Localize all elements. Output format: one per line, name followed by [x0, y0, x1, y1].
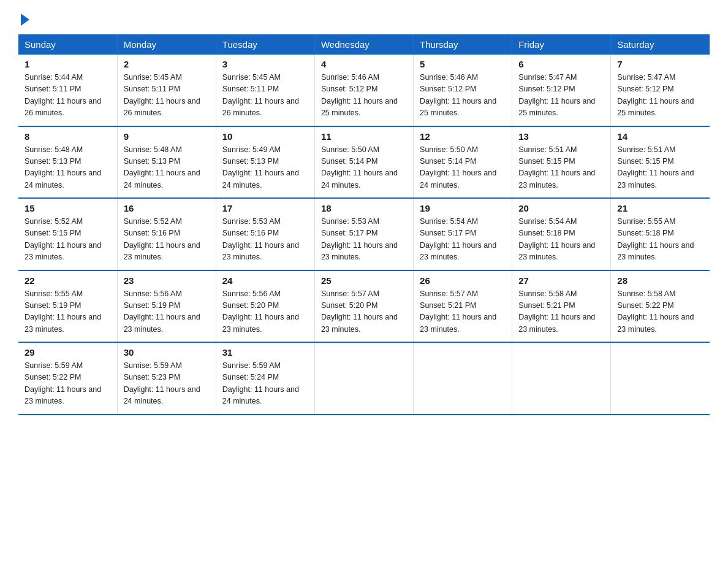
day-info: Sunrise: 5:51 AMSunset: 5:15 PMDaylight:…: [617, 144, 703, 192]
calendar-cell: 1 Sunrise: 5:44 AMSunset: 5:11 PMDayligh…: [18, 55, 117, 126]
calendar-cell: 21 Sunrise: 5:55 AMSunset: 5:18 PMDaylig…: [611, 198, 710, 270]
calendar-cell: 29 Sunrise: 5:59 AMSunset: 5:22 PMDaylig…: [18, 342, 117, 415]
calendar-cell: 4 Sunrise: 5:46 AMSunset: 5:12 PMDayligh…: [314, 55, 413, 126]
day-info: Sunrise: 5:47 AMSunset: 5:12 PMDaylight:…: [617, 72, 703, 120]
day-info: Sunrise: 5:54 AMSunset: 5:18 PMDaylight:…: [518, 216, 604, 264]
day-info: Sunrise: 5:48 AMSunset: 5:13 PMDaylight:…: [124, 144, 210, 192]
day-number: 21: [617, 203, 703, 213]
calendar-cell: [414, 342, 512, 415]
calendar-cell: 14 Sunrise: 5:51 AMSunset: 5:15 PMDaylig…: [611, 126, 710, 199]
calendar-cell: 28 Sunrise: 5:58 AMSunset: 5:22 PMDaylig…: [611, 270, 710, 343]
day-number: 17: [222, 203, 308, 213]
weekday-header-friday: Friday: [512, 34, 611, 55]
weekday-header-monday: Monday: [117, 34, 216, 55]
calendar-cell: 10 Sunrise: 5:49 AMSunset: 5:13 PMDaylig…: [216, 126, 314, 199]
day-info: Sunrise: 5:57 AMSunset: 5:20 PMDaylight:…: [321, 288, 407, 336]
day-number: 6: [518, 59, 604, 69]
logo-arrow-icon: [21, 13, 29, 26]
calendar-cell: 18 Sunrise: 5:53 AMSunset: 5:17 PMDaylig…: [314, 198, 413, 270]
weekday-header-tuesday: Tuesday: [216, 34, 314, 55]
day-info: Sunrise: 5:56 AMSunset: 5:20 PMDaylight:…: [222, 288, 308, 336]
calendar-cell: 16 Sunrise: 5:52 AMSunset: 5:16 PMDaylig…: [117, 198, 216, 270]
page-header: [18, 12, 710, 23]
calendar-cell: 7 Sunrise: 5:47 AMSunset: 5:12 PMDayligh…: [611, 55, 710, 126]
calendar-cell: [611, 342, 710, 415]
calendar-table: SundayMondayTuesdayWednesdayThursdayFrid…: [18, 34, 710, 415]
day-info: Sunrise: 5:45 AMSunset: 5:11 PMDaylight:…: [222, 72, 308, 120]
calendar-week-row: 29 Sunrise: 5:59 AMSunset: 5:22 PMDaylig…: [18, 342, 710, 415]
day-info: Sunrise: 5:48 AMSunset: 5:13 PMDaylight:…: [25, 144, 111, 192]
weekday-header-wednesday: Wednesday: [314, 34, 413, 55]
calendar-cell: 31 Sunrise: 5:59 AMSunset: 5:24 PMDaylig…: [216, 342, 314, 415]
calendar-week-row: 22 Sunrise: 5:55 AMSunset: 5:19 PMDaylig…: [18, 270, 710, 343]
weekday-header-saturday: Saturday: [611, 34, 710, 55]
day-number: 13: [518, 131, 604, 142]
day-info: Sunrise: 5:57 AMSunset: 5:21 PMDaylight:…: [420, 288, 506, 336]
day-number: 2: [124, 59, 210, 69]
day-number: 26: [420, 275, 506, 286]
day-info: Sunrise: 5:54 AMSunset: 5:17 PMDaylight:…: [420, 216, 506, 264]
calendar-cell: 5 Sunrise: 5:46 AMSunset: 5:12 PMDayligh…: [414, 55, 512, 126]
day-info: Sunrise: 5:59 AMSunset: 5:24 PMDaylight:…: [222, 360, 308, 408]
calendar-cell: 2 Sunrise: 5:45 AMSunset: 5:11 PMDayligh…: [117, 55, 216, 126]
day-info: Sunrise: 5:56 AMSunset: 5:19 PMDaylight:…: [124, 288, 210, 336]
calendar-cell: 20 Sunrise: 5:54 AMSunset: 5:18 PMDaylig…: [512, 198, 611, 270]
calendar-cell: 23 Sunrise: 5:56 AMSunset: 5:19 PMDaylig…: [117, 270, 216, 343]
calendar-cell: 17 Sunrise: 5:53 AMSunset: 5:16 PMDaylig…: [216, 198, 314, 270]
day-number: 15: [25, 203, 111, 213]
day-number: 16: [124, 203, 210, 213]
calendar-cell: 22 Sunrise: 5:55 AMSunset: 5:19 PMDaylig…: [18, 270, 117, 343]
day-info: Sunrise: 5:46 AMSunset: 5:12 PMDaylight:…: [321, 72, 407, 120]
calendar-week-row: 15 Sunrise: 5:52 AMSunset: 5:15 PMDaylig…: [18, 198, 710, 270]
day-info: Sunrise: 5:51 AMSunset: 5:15 PMDaylight:…: [518, 144, 604, 192]
day-info: Sunrise: 5:55 AMSunset: 5:19 PMDaylight:…: [25, 288, 111, 336]
day-info: Sunrise: 5:52 AMSunset: 5:16 PMDaylight:…: [124, 216, 210, 264]
calendar-cell: 6 Sunrise: 5:47 AMSunset: 5:12 PMDayligh…: [512, 55, 611, 126]
day-number: 11: [321, 131, 407, 142]
calendar-cell: 3 Sunrise: 5:45 AMSunset: 5:11 PMDayligh…: [216, 55, 314, 126]
day-number: 5: [420, 59, 506, 69]
day-number: 4: [321, 59, 407, 69]
day-info: Sunrise: 5:55 AMSunset: 5:18 PMDaylight:…: [617, 216, 703, 264]
calendar-cell: 24 Sunrise: 5:56 AMSunset: 5:20 PMDaylig…: [216, 270, 314, 343]
calendar-week-row: 8 Sunrise: 5:48 AMSunset: 5:13 PMDayligh…: [18, 126, 710, 199]
calendar-week-row: 1 Sunrise: 5:44 AMSunset: 5:11 PMDayligh…: [18, 55, 710, 126]
day-number: 12: [420, 131, 506, 142]
day-number: 30: [124, 347, 210, 358]
day-number: 29: [25, 347, 111, 358]
day-number: 23: [124, 275, 210, 286]
weekday-header-row: SundayMondayTuesdayWednesdayThursdayFrid…: [18, 34, 710, 55]
calendar-cell: 19 Sunrise: 5:54 AMSunset: 5:17 PMDaylig…: [414, 198, 512, 270]
calendar-cell: 9 Sunrise: 5:48 AMSunset: 5:13 PMDayligh…: [117, 126, 216, 199]
day-number: 14: [617, 131, 703, 142]
day-info: Sunrise: 5:59 AMSunset: 5:22 PMDaylight:…: [25, 360, 111, 408]
day-info: Sunrise: 5:44 AMSunset: 5:11 PMDaylight:…: [25, 72, 111, 120]
day-info: Sunrise: 5:52 AMSunset: 5:15 PMDaylight:…: [25, 216, 111, 264]
day-info: Sunrise: 5:50 AMSunset: 5:14 PMDaylight:…: [321, 144, 407, 192]
weekday-header-sunday: Sunday: [18, 34, 117, 55]
day-number: 28: [617, 275, 703, 286]
calendar-cell: 12 Sunrise: 5:50 AMSunset: 5:14 PMDaylig…: [414, 126, 512, 199]
day-number: 1: [25, 59, 111, 69]
day-number: 19: [420, 203, 506, 213]
day-number: 18: [321, 203, 407, 213]
day-number: 25: [321, 275, 407, 286]
calendar-cell: 8 Sunrise: 5:48 AMSunset: 5:13 PMDayligh…: [18, 126, 117, 199]
day-number: 31: [222, 347, 308, 358]
day-number: 27: [518, 275, 604, 286]
day-info: Sunrise: 5:53 AMSunset: 5:17 PMDaylight:…: [321, 216, 407, 264]
day-info: Sunrise: 5:53 AMSunset: 5:16 PMDaylight:…: [222, 216, 308, 264]
day-info: Sunrise: 5:49 AMSunset: 5:13 PMDaylight:…: [222, 144, 308, 192]
calendar-cell: 25 Sunrise: 5:57 AMSunset: 5:20 PMDaylig…: [314, 270, 413, 343]
calendar-cell: [314, 342, 413, 415]
day-number: 20: [518, 203, 604, 213]
day-info: Sunrise: 5:58 AMSunset: 5:21 PMDaylight:…: [518, 288, 604, 336]
weekday-header-thursday: Thursday: [414, 34, 512, 55]
day-number: 9: [124, 131, 210, 142]
calendar-cell: 13 Sunrise: 5:51 AMSunset: 5:15 PMDaylig…: [512, 126, 611, 199]
calendar-cell: 30 Sunrise: 5:59 AMSunset: 5:23 PMDaylig…: [117, 342, 216, 415]
day-number: 8: [25, 131, 111, 142]
calendar-cell: 26 Sunrise: 5:57 AMSunset: 5:21 PMDaylig…: [414, 270, 512, 343]
day-info: Sunrise: 5:58 AMSunset: 5:22 PMDaylight:…: [617, 288, 703, 336]
calendar-cell: 11 Sunrise: 5:50 AMSunset: 5:14 PMDaylig…: [314, 126, 413, 199]
